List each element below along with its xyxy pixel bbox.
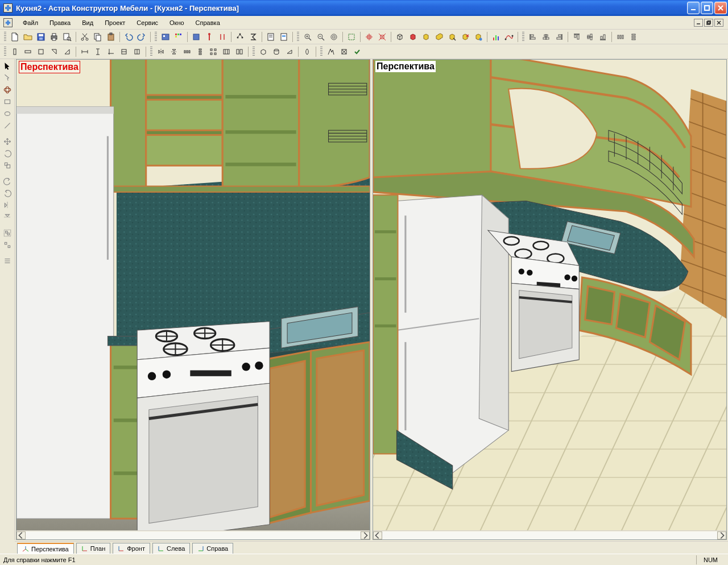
minimize-button[interactable] <box>687 2 700 14</box>
mdi-minimize-button[interactable] <box>694 19 703 27</box>
open-file-icon[interactable] <box>22 31 34 43</box>
array-grid-icon[interactable] <box>207 45 220 58</box>
group-icon[interactable] <box>1 227 14 239</box>
scale-tool-icon[interactable] <box>1 160 14 171</box>
cube-delete-icon[interactable] <box>459 31 471 43</box>
screw-red-icon[interactable] <box>203 31 216 43</box>
scroll-left-icon[interactable] <box>373 531 382 539</box>
rotate-cw-icon[interactable] <box>1 188 14 199</box>
tab-perspective[interactable]: Перспектива <box>17 543 74 554</box>
toolbar-grip[interactable] <box>320 47 322 57</box>
screw-group-icon[interactable] <box>216 31 229 43</box>
panel-v-icon[interactable] <box>9 45 21 58</box>
menu-service[interactable]: Сервис <box>131 17 164 28</box>
scroll-left-icon[interactable] <box>16 531 26 539</box>
cube-wire-icon[interactable] <box>394 31 406 43</box>
hierarchy-icon[interactable] <box>234 31 246 43</box>
viewport-1[interactable]: Перспектива <box>16 59 370 540</box>
cube-red-icon[interactable] <box>407 31 419 43</box>
print-icon[interactable] <box>48 31 60 43</box>
viewport-2-hscrollbar[interactable] <box>373 530 726 539</box>
list-icon[interactable] <box>1 255 14 267</box>
menu-edit[interactable]: Правка <box>44 17 76 28</box>
edit-point-icon[interactable] <box>1 72 14 84</box>
dim-both-icon[interactable] <box>105 45 117 58</box>
divide-icon[interactable] <box>220 45 233 58</box>
dim-v-icon[interactable] <box>92 45 104 58</box>
path-icon[interactable] <box>503 31 515 43</box>
tab-plan[interactable]: План <box>76 543 111 554</box>
menu-help[interactable]: Справка <box>190 17 226 28</box>
panel-diag2-icon[interactable] <box>61 45 73 58</box>
toolbar-grip[interactable] <box>150 47 152 57</box>
cube-edit-icon[interactable] <box>446 31 458 43</box>
apply-icon[interactable] <box>351 45 363 58</box>
mirror-v-icon[interactable] <box>155 45 167 58</box>
mdi-document-icon[interactable] <box>3 18 13 27</box>
line-icon[interactable] <box>1 120 14 131</box>
maximize-button[interactable] <box>701 2 713 14</box>
save-icon[interactable] <box>35 31 47 43</box>
zoom-in-icon[interactable] <box>301 31 314 43</box>
align-center-h-icon[interactable] <box>540 31 552 43</box>
lathe-icon[interactable] <box>301 45 313 58</box>
toolbar-grip[interactable] <box>297 32 299 42</box>
body-cube-icon[interactable] <box>257 45 270 58</box>
snap2-icon[interactable] <box>376 31 388 43</box>
orbit-icon[interactable] <box>1 84 14 95</box>
report1-icon[interactable] <box>264 31 277 43</box>
cut-icon[interactable] <box>78 31 91 43</box>
viewport-2[interactable]: Перспектива <box>373 59 727 540</box>
scroll-right-icon[interactable] <box>361 531 370 539</box>
align-right-icon[interactable] <box>553 31 565 43</box>
rotate-ccw-icon[interactable] <box>1 176 14 187</box>
material1-icon[interactable] <box>325 45 337 58</box>
dim-h-icon[interactable] <box>78 45 91 58</box>
cube-config-icon[interactable] <box>472 31 485 43</box>
mdi-close-button[interactable] <box>714 19 723 27</box>
body-wedge-icon[interactable] <box>283 45 296 58</box>
toolbar-grip[interactable] <box>4 47 6 57</box>
tab-left[interactable]: Слева <box>152 543 190 554</box>
array-v-icon[interactable] <box>194 45 206 58</box>
menu-file[interactable]: Файл <box>17 17 44 28</box>
array-h-icon[interactable] <box>181 45 193 58</box>
align-bottom-icon[interactable] <box>597 31 609 43</box>
ungroup-icon[interactable] <box>1 239 14 251</box>
zoom-fit-icon[interactable] <box>328 31 340 43</box>
tab-front[interactable]: Фронт <box>113 543 150 554</box>
mdi-restore-button[interactable] <box>704 19 713 27</box>
toolbar-grip[interactable] <box>522 32 524 42</box>
report2-icon[interactable] <box>278 31 290 43</box>
new-file-icon[interactable] <box>9 31 21 43</box>
sigma-icon[interactable] <box>247 31 259 43</box>
print-preview-icon[interactable] <box>61 31 73 43</box>
align-top-icon[interactable] <box>570 31 583 43</box>
mirror-h-icon[interactable] <box>168 45 180 58</box>
copy-icon[interactable] <box>92 31 104 43</box>
resize2-icon[interactable] <box>131 45 143 58</box>
distribute-h-icon[interactable] <box>614 31 627 43</box>
merge-icon[interactable] <box>233 45 246 58</box>
material2-icon[interactable] <box>338 45 350 58</box>
paste-icon[interactable] <box>105 31 117 43</box>
toolbar-grip[interactable] <box>253 47 255 57</box>
snap1-icon[interactable] <box>363 31 375 43</box>
cube-yellow-icon[interactable] <box>420 31 432 43</box>
dashed-rect-icon[interactable] <box>345 31 358 43</box>
flip-v-icon[interactable] <box>1 211 14 223</box>
menu-project[interactable]: Проект <box>99 17 131 28</box>
toolbar-grip[interactable] <box>4 32 6 42</box>
align-left-icon[interactable] <box>527 31 539 43</box>
panel-h-icon[interactable] <box>22 45 34 58</box>
toolbar-grip[interactable] <box>155 32 157 42</box>
undo-icon[interactable] <box>122 31 135 43</box>
cube-stack-icon[interactable] <box>433 31 445 43</box>
select-arrow-icon[interactable] <box>1 60 14 72</box>
resize1-icon[interactable] <box>118 45 130 58</box>
flip-h-icon[interactable] <box>1 200 14 211</box>
panel-diag1-icon[interactable] <box>48 45 60 58</box>
rotate-tool-icon[interactable] <box>1 148 14 159</box>
viewport-1-hscrollbar[interactable] <box>16 530 370 539</box>
distribute-v-icon[interactable] <box>627 31 640 43</box>
